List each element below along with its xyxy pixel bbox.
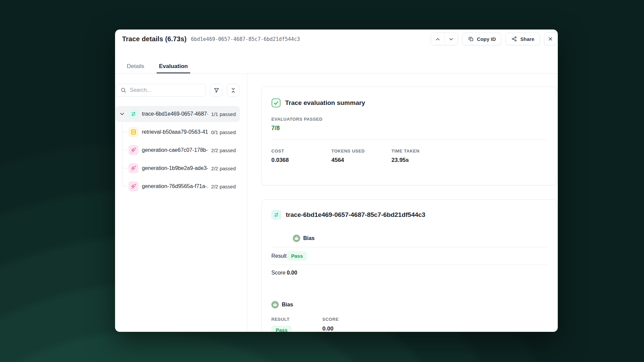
copy-icon [468, 36, 474, 42]
checkbox-check-icon [271, 98, 281, 108]
tree-node-label: generation-cae67c07-178b-... [142, 147, 208, 153]
time-taken-label: TIME TAKEN [391, 148, 451, 154]
tree-node-label: generation-76d9565a-f71a-... [142, 183, 208, 189]
filter-button[interactable] [210, 84, 223, 97]
evaluators-passed-value: 7/8 [271, 125, 547, 132]
tree-node-label: trace-6bd1e469-0657-4687-... [142, 111, 208, 117]
evaluator-name: Bias [282, 302, 293, 308]
tree-node-pass-count: 2/2 passed [208, 184, 236, 189]
tokens-used-value: 4564 [331, 157, 391, 164]
summary-card-title: Trace evaluation summary [285, 99, 365, 107]
share-button[interactable]: Share [505, 33, 540, 45]
trace-tree: trace-6bd1e469-0657-4687-... 1/1 passed … [115, 106, 240, 194]
chevron-down-icon[interactable] [119, 111, 125, 117]
close-icon [547, 36, 553, 42]
close-button[interactable] [544, 33, 557, 45]
tree-row-retrieval[interactable]: retrieval-b50aaa79-0563-41... 0/1 passed [115, 124, 240, 140]
previous-trace-button[interactable] [431, 33, 444, 45]
evaluator-name: Bias [303, 235, 315, 241]
tree-node-pass-count: 2/2 passed [208, 147, 236, 153]
score-value: 0.00 [322, 325, 547, 332]
evaluators-passed-label: EVALUATORS PASSED [271, 117, 547, 122]
cost-value: 0.0368 [271, 157, 331, 164]
sparkles-icon [128, 181, 139, 191]
sparkles-icon [128, 145, 139, 155]
trace-evaluation-card: trace-6bd1e469-0657-4687-85c7-6bd21df544… [261, 199, 557, 332]
database-icon [128, 127, 139, 137]
score-column-header: SCORE [322, 317, 547, 322]
collapse-all-button[interactable] [227, 84, 239, 97]
result-column-header: RESULT [271, 317, 322, 322]
score-value: 0.00 [287, 270, 297, 276]
next-trace-button[interactable] [444, 33, 458, 45]
evaluator-robot-icon [271, 301, 279, 308]
search-box [116, 84, 206, 97]
tab-evaluation[interactable]: Evaluation [157, 60, 190, 73]
tree-node-pass-count: 1/1 passed [208, 111, 236, 117]
trace-evaluation-summary-card: Trace evaluation summary EVALUATORS PASS… [261, 86, 557, 185]
sparkles-icon [128, 163, 139, 173]
modal-header: Trace details (6.73s) 6bd1e469-0657-4687… [115, 29, 558, 60]
tree-node-pass-count: 2/2 passed [208, 166, 236, 171]
tree-row-generation[interactable]: generation-76d9565a-f71a-... 2/2 passed [115, 178, 240, 194]
trace-tree-panel: trace-6bd1e469-0657-4687-... 1/1 passed … [115, 74, 247, 332]
swap-arrows-icon [128, 109, 139, 119]
chevron-up-icon [435, 36, 441, 42]
copy-id-button[interactable]: Copy ID [462, 33, 502, 45]
tab-details[interactable]: Details [124, 60, 147, 73]
time-taken-value: 23.95s [391, 157, 451, 164]
tree-node-pass-count: 0/1 passed [208, 129, 236, 135]
chevron-down-icon [448, 36, 454, 42]
result-pass-badge: Pass [287, 251, 307, 261]
tree-node-label: retrieval-b50aaa79-0563-41... [142, 129, 208, 135]
copy-id-label: Copy ID [477, 36, 496, 42]
trace-details-modal: Trace details (6.73s) 6bd1e469-0657-4687… [115, 29, 558, 332]
search-icon [120, 87, 126, 93]
trace-card-title: trace-6bd1e469-0657-4687-85c7-6bd21df544… [286, 211, 425, 219]
tab-bar: Details Evaluation [115, 60, 558, 74]
tree-row-generation[interactable]: generation-cae67c07-178b-... 2/2 passed [115, 142, 240, 158]
evaluator-robot-icon [293, 235, 300, 242]
trace-nav-group [431, 33, 458, 45]
swap-arrows-icon [271, 210, 281, 220]
divider [271, 139, 547, 140]
share-label: Share [520, 36, 534, 42]
modal-title: Trace details (6.73s) [122, 35, 186, 43]
tree-row-trace[interactable]: trace-6bd1e469-0657-4687-... 1/1 passed [115, 106, 240, 122]
filter-funnel-icon [213, 87, 220, 94]
collapse-vertical-icon [230, 87, 236, 94]
score-label: Score [271, 270, 287, 276]
share-icon [511, 36, 517, 42]
tree-row-generation[interactable]: generation-1b9be2a9-ade3-... 2/2 passed [115, 160, 240, 176]
tokens-used-label: TOKENS USED [331, 148, 391, 154]
evaluation-panel: Trace evaluation summary EVALUATORS PASS… [247, 74, 558, 332]
result-label: Result [271, 253, 287, 259]
result-pass-badge: Pass [271, 325, 292, 332]
trace-id: 6bd1e469-0657-4687-85c7-6bd21df544c3 [191, 36, 300, 42]
cost-label: COST [271, 148, 331, 154]
tree-node-label: generation-1b9be2a9-ade3-... [142, 165, 208, 171]
search-input[interactable] [130, 87, 202, 93]
